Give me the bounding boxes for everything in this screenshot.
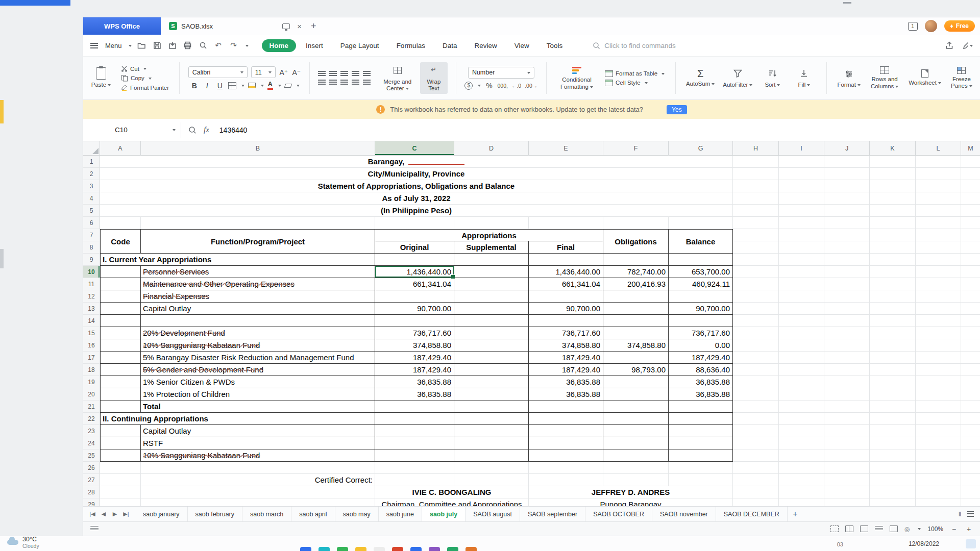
italic-button[interactable]: I: [203, 82, 212, 90]
font-name-select[interactable]: Calibri: [188, 66, 248, 78]
cell-L7[interactable]: [916, 229, 961, 241]
cell-I3[interactable]: [779, 180, 824, 192]
print-preview-icon[interactable]: [198, 40, 208, 51]
cell-K27[interactable]: [870, 474, 916, 486]
decrease-font-button[interactable]: A⁻: [292, 68, 301, 77]
cell-L19[interactable]: [916, 376, 961, 388]
zoom-in-button[interactable]: +: [965, 525, 973, 533]
cell-E12[interactable]: [529, 290, 603, 303]
cell-E28[interactable]: JEFFREY D. ANDRES: [529, 486, 733, 498]
cell-K8[interactable]: [870, 241, 916, 254]
zoom-out-button[interactable]: −: [950, 525, 958, 533]
cell-G19[interactable]: 36,835.88: [669, 376, 733, 388]
cell-F17[interactable]: [603, 352, 669, 364]
sheet-tab-saob-june[interactable]: saob june: [379, 507, 422, 521]
last-sheet-icon[interactable]: ▶|: [121, 509, 131, 519]
cell-F12[interactable]: [603, 290, 669, 303]
menu-tab-home[interactable]: Home: [262, 39, 297, 52]
cell-L29[interactable]: [916, 498, 961, 506]
cell-D15[interactable]: [454, 327, 529, 339]
cell-M23[interactable]: [961, 425, 980, 437]
cell-A16[interactable]: [100, 339, 141, 352]
cell-L16[interactable]: [916, 339, 961, 352]
cell-M15[interactable]: [961, 327, 980, 339]
cell-C13[interactable]: 90,700.00: [375, 303, 454, 315]
cell-A29[interactable]: [100, 498, 141, 506]
cell-D23[interactable]: [454, 425, 529, 437]
cell-A21[interactable]: [100, 400, 141, 413]
cell-K22[interactable]: [870, 413, 916, 425]
name-box[interactable]: C10: [83, 122, 181, 138]
cell-D17[interactable]: [454, 352, 529, 364]
cell-L11[interactable]: [916, 278, 961, 290]
cell-M17[interactable]: [961, 352, 980, 364]
sheet-tab-saob-march[interactable]: saob march: [242, 507, 291, 521]
cell-F10[interactable]: 782,740.00: [603, 266, 669, 278]
row-header-22[interactable]: 22: [83, 413, 100, 425]
taskbar-app-icon-4[interactable]: [355, 547, 366, 551]
cell-H2[interactable]: [733, 168, 779, 180]
cell-F23[interactable]: [603, 425, 669, 437]
cell-A15[interactable]: [100, 327, 141, 339]
cell-K3[interactable]: [870, 180, 916, 192]
cell-I27[interactable]: [779, 474, 824, 486]
cell-J9[interactable]: [824, 254, 870, 266]
cell-B19[interactable]: 1% Senior Citizen & PWDs: [141, 376, 375, 388]
row-header-2[interactable]: 2: [83, 168, 100, 180]
cell-H3[interactable]: [733, 180, 779, 192]
cell-E9[interactable]: [529, 254, 603, 266]
cell-C19[interactable]: 36,835.88: [375, 376, 454, 388]
cell-G14[interactable]: [669, 315, 733, 327]
cell-I14[interactable]: [779, 315, 824, 327]
cell-L22[interactable]: [916, 413, 961, 425]
cell-A22[interactable]: II. Continuing Appropriations: [100, 413, 375, 425]
cell-J25[interactable]: [824, 449, 870, 462]
cell-J14[interactable]: [824, 315, 870, 327]
cell-F27[interactable]: [603, 474, 669, 486]
cell-K21[interactable]: [870, 400, 916, 413]
cell-A27[interactable]: [100, 474, 141, 486]
cell-J1[interactable]: [824, 156, 870, 168]
cell-C26[interactable]: [375, 462, 454, 474]
cell-A1[interactable]: Barangay,: [100, 156, 733, 168]
row-header-25[interactable]: 25: [83, 449, 100, 462]
cell-E29[interactable]: Punong Barangay: [529, 498, 733, 506]
cell-M8[interactable]: [961, 241, 980, 254]
cell-L18[interactable]: [916, 364, 961, 376]
add-sheet-button[interactable]: +: [788, 507, 803, 521]
cell-E20[interactable]: 36,835.88: [529, 388, 603, 400]
cell-G10[interactable]: 653,700.00: [669, 266, 733, 278]
cell-E6[interactable]: [529, 217, 603, 229]
cell-E26[interactable]: [529, 462, 603, 474]
cell-style-button[interactable]: Cell Style: [603, 79, 667, 87]
cell-J5[interactable]: [824, 205, 870, 217]
cell-A7[interactable]: Code: [100, 229, 141, 254]
increase-decimal-icon[interactable]: ←.0: [511, 83, 521, 89]
row-header-15[interactable]: 15: [83, 327, 100, 339]
cell-L25[interactable]: [916, 449, 961, 462]
taskbar-app-icon-3[interactable]: [337, 547, 348, 551]
history-caret-icon[interactable]: [246, 45, 249, 48]
cell-K29[interactable]: [870, 498, 916, 506]
cell-F26[interactable]: [603, 462, 669, 474]
format-as-table-button[interactable]: Format as Table: [603, 70, 667, 78]
cell-I29[interactable]: [779, 498, 824, 506]
cell-B12[interactable]: Financial Expenses: [141, 290, 375, 303]
cell-K9[interactable]: [870, 254, 916, 266]
cell-I9[interactable]: [779, 254, 824, 266]
cell-M9[interactable]: [961, 254, 980, 266]
col-header-M[interactable]: M: [961, 141, 980, 156]
autofilter-button[interactable]: AutoFilter: [721, 65, 754, 90]
cell-D20[interactable]: [454, 388, 529, 400]
cell-D19[interactable]: [454, 376, 529, 388]
cell-M7[interactable]: [961, 229, 980, 241]
cell-M25[interactable]: [961, 449, 980, 462]
merge-center-button[interactable]: Merge and Center: [379, 62, 416, 94]
cell-G24[interactable]: [669, 437, 733, 449]
cell-G22[interactable]: [669, 413, 733, 425]
cell-L17[interactable]: [916, 352, 961, 364]
cell-F25[interactable]: [603, 449, 669, 462]
col-header-F[interactable]: F: [603, 141, 669, 156]
row-header-7[interactable]: 7: [83, 229, 100, 241]
cell-B7[interactable]: Function/Program/Project: [141, 229, 375, 254]
